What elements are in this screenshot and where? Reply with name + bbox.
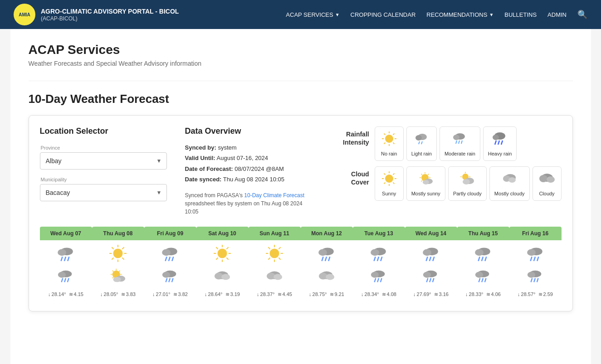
date-forecast-label: Date of Forecast: — [185, 165, 233, 172]
svg-line-102 — [226, 257, 228, 259]
day-stats: ↓ 28.75° ≋ 9.21 — [308, 289, 345, 300]
thermometer-icon: ↓ — [361, 291, 364, 297]
day-icons — [40, 242, 92, 289]
svg-point-134 — [371, 272, 379, 277]
svg-line-71 — [112, 247, 113, 249]
svg-line-59 — [64, 257, 66, 261]
heavy-rain-label: Heavy rain — [488, 151, 512, 157]
province-select[interactable]: Albay — [40, 153, 166, 169]
rainfall-value: 4.08 — [387, 291, 396, 297]
svg-line-166 — [534, 278, 535, 282]
svg-line-21 — [498, 141, 499, 145]
temperature-stat: ↓ 28.14° — [48, 291, 66, 297]
cloud-cover-icon — [527, 267, 544, 287]
day-column: Fri Aug 16 ↓ 28.57° ≋ 2.59 — [509, 227, 562, 300]
svg-line-20 — [495, 141, 496, 145]
valid-until-value: August 07-16, 2024 — [217, 155, 268, 161]
svg-line-162 — [537, 257, 538, 261]
svg-line-101 — [216, 247, 218, 249]
forecast-card-inner: Location Selector Province Albay ▼ Munic… — [40, 126, 562, 216]
svg-line-132 — [381, 257, 382, 261]
mostly-cloudy-icon — [501, 170, 518, 189]
svg-line-95 — [172, 278, 173, 282]
mostly-sunny-label: Mostly sunny — [411, 191, 440, 197]
temperature-stat: ↓ 28.33° — [465, 291, 483, 297]
logo: AMIA — [14, 4, 35, 25]
cloudy-label: Cloudy — [539, 191, 554, 197]
temp-value: 27.01° — [156, 291, 171, 297]
temp-value: 28.05° — [104, 291, 118, 297]
source-text-2: spreadsheet files by system on Thu Aug 0… — [185, 200, 303, 215]
svg-line-17 — [461, 141, 462, 144]
svg-line-80 — [112, 270, 114, 272]
site-title-block: AGRO-CLIMATIC ADVISORY PORTAL - BICOL (A… — [41, 7, 179, 22]
rainfall-stat: ≋ 9.21 — [330, 291, 344, 297]
municipality-select-wrapper[interactable]: Bacacay ▼ — [40, 184, 167, 201]
nav-cropping-calendar[interactable]: CROPPING CALENDAR — [351, 11, 416, 18]
rainfall-stat: ≋ 4.15 — [69, 291, 83, 297]
nav-bulletins[interactable]: BULLETINS — [504, 11, 537, 18]
rain-drop-icon: ≋ — [434, 291, 438, 297]
svg-line-157 — [485, 278, 486, 282]
day-column: Fri Aug 09 ↓ 27.01° ≋ 3.82 — [144, 227, 196, 300]
day-stats: ↓ 28.37° ≋ 4.45 — [256, 289, 293, 300]
svg-line-82 — [119, 270, 120, 272]
moderate-rain-label: Moderate rain — [445, 151, 475, 157]
temperature-stat: ↓ 28.05° — [100, 291, 118, 297]
rain-intensity-icon — [213, 244, 232, 266]
svg-line-124 — [328, 257, 330, 261]
nav-recommendations[interactable]: RECOMMENDATIONS ▼ — [426, 11, 494, 18]
source-text-1: Synced from PAGASA's — [185, 192, 244, 199]
day-column: Sun Aug 11 ↓ 28.37° ≋ 4.45 — [249, 227, 301, 300]
rain-drop-icon: ≋ — [486, 291, 490, 297]
temp-value: 27.69° — [417, 291, 431, 297]
date-synced-row: Date synced: Thu Aug 08 2024 10:05 — [185, 174, 315, 184]
svg-line-65 — [68, 278, 69, 282]
rain-intensity-icon — [317, 244, 336, 266]
legend-item-partly-cloudy: Partly cloudy — [448, 166, 487, 201]
svg-line-161 — [534, 257, 535, 261]
day-icons — [405, 242, 457, 289]
day-column: Tue Aug 13 ↓ 28.34° ≋ 4.08 — [353, 227, 405, 300]
svg-point-127 — [326, 274, 334, 280]
page-subtitle: Weather Forecasts and Special Weather Ad… — [29, 60, 573, 67]
day-column: Thu Aug 08 — [92, 227, 144, 300]
rainfall-stat: ≋ 4.08 — [382, 291, 396, 297]
svg-line-28 — [384, 174, 385, 175]
svg-line-39 — [428, 174, 429, 175]
main-nav: ACAP SERVICES ▼ CROPPING CALENDAR RECOMM… — [286, 10, 587, 19]
municipality-field: Municipality Bacacay ▼ — [40, 177, 167, 201]
day-label: Tue Aug 13 — [353, 227, 405, 240]
source-link[interactable]: 10-Day Climate Forecast — [244, 192, 304, 199]
svg-line-147 — [433, 278, 434, 282]
day-icons — [509, 242, 562, 289]
svg-line-15 — [456, 141, 457, 144]
province-select-wrapper[interactable]: Albay ▼ — [40, 152, 167, 170]
day-label: Thu Aug 08 — [92, 227, 144, 240]
thermometer-icon: ↓ — [413, 291, 416, 297]
svg-point-42 — [423, 180, 429, 184]
cloud-cover-icon — [318, 267, 335, 287]
moderate-rain-icon — [452, 131, 468, 149]
divider — [29, 81, 573, 81]
cloud-legend-items: Sunny — [375, 166, 562, 201]
svg-point-66 — [113, 248, 123, 258]
rain-intensity-icon — [526, 244, 545, 266]
temperature-stat: ↓ 28.64° — [205, 291, 222, 297]
svg-line-37 — [421, 174, 422, 175]
day-icons — [144, 242, 196, 289]
search-icon[interactable]: 🔍 — [577, 10, 587, 19]
data-meta: Synced by: system Valid Until: August 07… — [185, 142, 315, 185]
svg-point-139 — [423, 249, 431, 256]
nav-acap-services[interactable]: ACAP SERVICES ▼ — [286, 11, 339, 18]
svg-line-142 — [433, 257, 434, 261]
svg-point-23 — [385, 175, 393, 183]
rainfall-value: 3.19 — [230, 291, 240, 297]
location-selector: Location Selector Province Albay ▼ Munic… — [40, 126, 167, 216]
municipality-select[interactable]: Bacacay — [40, 184, 166, 201]
svg-line-136 — [377, 278, 379, 282]
thermometer-icon: ↓ — [465, 291, 468, 297]
temp-value: 28.64° — [208, 291, 223, 297]
svg-line-58 — [61, 257, 63, 261]
nav-admin[interactable]: ADMIN — [547, 11, 567, 18]
